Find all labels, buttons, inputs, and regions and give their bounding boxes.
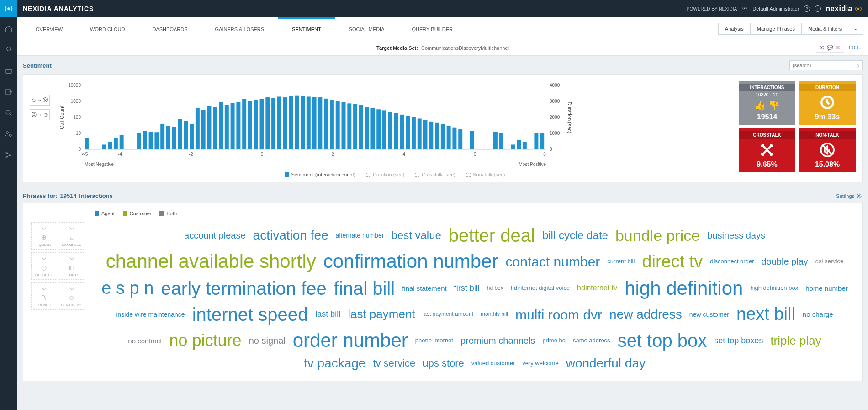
phrase-tv-package[interactable]: tv package — [304, 355, 365, 372]
phrase-hd-box[interactable]: hd box — [487, 285, 503, 292]
phrase-best-value[interactable]: best value — [391, 228, 441, 242]
phrase-monthly-bill[interactable]: monthly bill — [481, 311, 508, 318]
phrase-internet-speed[interactable]: internet speed — [192, 303, 308, 326]
phrase-early-termination-fee[interactable]: early termination fee — [161, 277, 326, 300]
search-icon[interactable] — [4, 108, 14, 118]
tab-dashboards[interactable]: DASHBOARDS — [138, 17, 201, 40]
phrase-no-charge[interactable]: no charge — [803, 310, 833, 319]
export-icon[interactable] — [4, 87, 14, 97]
search-box[interactable]: ⌕ — [789, 60, 863, 70]
tab-sentiment[interactable]: SENTIMENT — [278, 17, 335, 40]
legend-agent[interactable]: Agent — [95, 211, 115, 216]
phrase-alternate-number[interactable]: alternate number — [336, 231, 384, 240]
tab-overview[interactable]: OVERVIEW — [22, 17, 76, 40]
app-logo[interactable] — [0, 0, 17, 17]
phrase-high-definition[interactable]: high definition — [625, 276, 743, 301]
tab-word-cloud[interactable]: WORD CLOUD — [76, 17, 138, 40]
action-analysis[interactable]: Analysis — [718, 23, 751, 35]
legend-customer[interactable]: Customer — [123, 211, 152, 216]
phrase-account-please[interactable]: account please — [184, 229, 246, 241]
tab-gainers-losers[interactable]: GAINERS & LOSERS — [201, 17, 278, 40]
phrase-order-number[interactable]: order number — [293, 328, 408, 353]
phrase-bill-cycle-date[interactable]: bill cycle date — [542, 228, 608, 242]
phrase-last-bill[interactable]: last bill — [315, 309, 340, 319]
phrase-multi-room-dvr[interactable]: multi room dvr — [515, 306, 602, 324]
edit-link[interactable]: EDIT... — [849, 45, 863, 50]
legend-both[interactable]: Both — [159, 211, 177, 216]
phrase-final-bill[interactable]: final bill — [334, 277, 395, 300]
phrase-new-address[interactable]: new address — [609, 306, 682, 323]
phrase-ups-store[interactable]: ups store — [423, 357, 464, 370]
phrase-confirmation-number[interactable]: confirmation number — [323, 249, 498, 274]
phrase-last-payment[interactable]: last payment — [348, 307, 415, 322]
kpi-interactions[interactable]: INTERACTIONS 10820 20 👍 👎 19514 — [739, 81, 795, 125]
toggle-sad-to-happy[interactable]: ☹→☺ — [30, 109, 50, 120]
phrase-double-play[interactable]: double play — [761, 256, 808, 267]
help-icon[interactable]: ? — [804, 5, 810, 12]
phrase-channel-available-shortly[interactable]: channel available shortly — [106, 249, 316, 274]
phrase-set-top-box[interactable]: set top box — [618, 329, 707, 352]
phrase-new-customer[interactable]: new customer — [689, 310, 729, 319]
lightbulb-icon[interactable] — [4, 45, 14, 55]
phrase-hdinternet-tv[interactable]: hdinternet tv — [577, 283, 617, 293]
phrase-no-contract[interactable]: no contract — [128, 336, 162, 346]
tool--query[interactable]: ⊕+ QUERY — [31, 222, 56, 250]
tab-social-media[interactable]: SOCIAL MEDIA — [335, 17, 398, 40]
tool-trends[interactable]: 〽TRENDS — [31, 282, 56, 310]
phrase-bundle-price[interactable]: bundle price — [615, 225, 700, 245]
phrase-final-statement[interactable]: final statement — [402, 284, 447, 293]
info-icon[interactable]: i — [815, 5, 821, 12]
phrase-current-bill[interactable]: current bill — [607, 258, 635, 266]
phrase-phone-internet[interactable]: phone internet — [415, 337, 453, 345]
phrase-high-definition-box[interactable]: high definition box — [750, 284, 798, 292]
phrase-dsl-service[interactable]: dsl service — [815, 258, 843, 266]
phrase-set-top-boxes[interactable]: set top boxes — [714, 335, 763, 346]
action-manage-phrases[interactable]: Manage Phrases — [751, 23, 802, 35]
legend-nontalk[interactable]: Non-Talk (sec) — [466, 172, 505, 177]
folder-icon[interactable] — [4, 66, 14, 76]
phrase-very-welcome[interactable]: very welcome — [522, 360, 558, 367]
tool-sentiment[interactable]: ☺SENTIMENT — [59, 282, 84, 310]
channel-icons[interactable]: ✆ 💬 ✉ — [816, 43, 844, 53]
phrase-next-bill[interactable]: next bill — [736, 303, 795, 325]
kpi-crosstalk[interactable]: CROSSTALK 9.65% — [739, 128, 795, 172]
phrases-settings[interactable]: Settings — [836, 193, 863, 199]
phrase-first-bill[interactable]: first bill — [454, 283, 480, 293]
legend-crosstalk[interactable]: Crosstalk (sec) — [415, 172, 455, 177]
phrase-no-signal[interactable]: no signal — [249, 335, 286, 346]
phrase-tv-service[interactable]: tv service — [373, 357, 415, 370]
nodes-gear-icon[interactable] — [4, 150, 14, 160]
phrase-business-days[interactable]: business days — [707, 229, 765, 241]
kpi-nontalk[interactable]: NON-TALK 15.08% — [799, 128, 856, 172]
phrase-contact-number[interactable]: contact number — [506, 253, 600, 271]
legend-sentiment[interactable]: Sentiment (interaction count) — [285, 172, 356, 177]
phrase-triple-play[interactable]: triple play — [770, 333, 821, 349]
phrase-premium-channels[interactable]: premium channels — [460, 335, 535, 346]
tab-query-builder[interactable]: QUERY BUILDER — [398, 17, 466, 40]
phrase-disconnect-order[interactable]: disconnect order — [710, 258, 754, 266]
search-icon[interactable]: ⌕ — [856, 62, 859, 69]
phrase-direct-tv[interactable]: direct tv — [642, 250, 703, 273]
phrase-same-address[interactable]: same address — [573, 337, 610, 345]
action-media-filters[interactable]: Media & Filters — [802, 23, 848, 35]
search-input[interactable] — [793, 63, 856, 68]
tool-counts[interactable]: ⫿⫿COUNTS — [59, 252, 84, 280]
phrase-no-picture[interactable]: no picture — [169, 330, 242, 351]
user-label[interactable]: Default Administrator — [752, 6, 799, 11]
phrase-last-payment-amount[interactable]: last payment amount — [423, 311, 473, 318]
users-gear-icon[interactable] — [4, 129, 14, 139]
kpi-duration[interactable]: DURATION 9m 33s — [799, 81, 856, 125]
phrase-activation-fee[interactable]: activation fee — [253, 227, 328, 244]
phrase-wonderful-day[interactable]: wonderful day — [566, 355, 646, 372]
phrase-e-s-p-n[interactable]: e s p n — [101, 277, 153, 299]
phrase-home-number[interactable]: home number — [805, 284, 848, 293]
toggle-happy-to-sad[interactable]: ☺→☹ — [30, 95, 50, 106]
phrase-better-deal[interactable]: better deal — [449, 224, 535, 247]
tool-examples[interactable]: ⌕EXAMPLES — [59, 222, 84, 250]
home-icon[interactable] — [4, 24, 14, 34]
tool-offsets[interactable]: ◷OFFSETS — [31, 252, 56, 280]
phrase-inside-wire-maintenance[interactable]: inside wire maintenance — [116, 310, 185, 319]
phrase-valued-customer[interactable]: valued customer — [471, 360, 515, 367]
phrase-prime-hd[interactable]: prime hd — [542, 337, 566, 345]
phrase-hdinternet-digital-voice[interactable]: hdinternet digital voice — [511, 284, 570, 292]
